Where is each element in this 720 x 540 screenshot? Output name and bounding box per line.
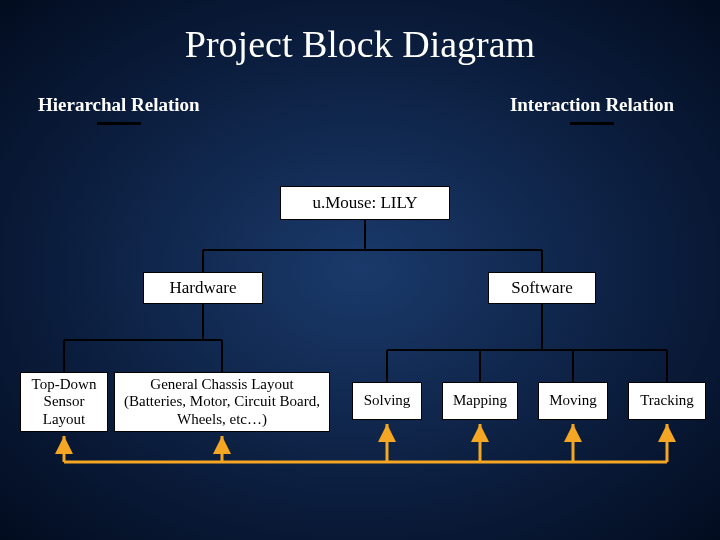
page-title: Project Block Diagram [0, 0, 720, 66]
node-mapping: Mapping [442, 382, 518, 420]
legend-hierarchal: Hierarchal Relation [38, 94, 200, 125]
node-chassis: General Chassis Layout (Batteries, Motor… [114, 372, 330, 432]
node-software: Software [488, 272, 596, 304]
node-root: u.Mouse: LILY [280, 186, 450, 220]
legend-hierarchal-line [97, 122, 141, 125]
node-solving: Solving [352, 382, 422, 420]
legend-hierarchal-label: Hierarchal Relation [38, 94, 200, 116]
node-tracking: Tracking [628, 382, 706, 420]
node-hardware: Hardware [143, 272, 263, 304]
node-topdown: Top-Down Sensor Layout [20, 372, 108, 432]
legend: Hierarchal Relation Interaction Relation [0, 66, 720, 125]
legend-interaction-label: Interaction Relation [510, 94, 674, 116]
legend-interaction: Interaction Relation [510, 94, 674, 125]
node-moving: Moving [538, 382, 608, 420]
legend-interaction-line [570, 122, 614, 125]
